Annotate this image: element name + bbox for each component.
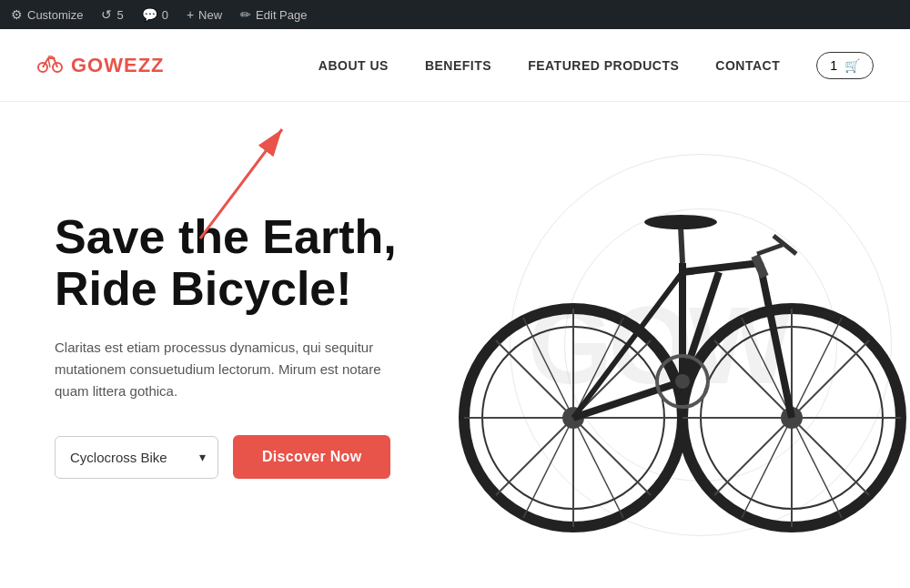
svg-line-28 [681, 227, 682, 263]
nav-item-about[interactable]: ABOUT US [318, 57, 389, 74]
edit-icon: ✏ [240, 7, 251, 22]
revisions-icon: ↺ [101, 7, 112, 22]
discover-now-button[interactable]: Discover Now [233, 435, 390, 479]
comments-icon: 💬 [142, 7, 157, 22]
hero-title: Save the Earth,Ride Bicycle! [55, 211, 419, 315]
svg-line-26 [760, 263, 792, 418]
bike-select-wrapper[interactable]: Cyclocross Bike Mountain Bike Road Bike … [55, 436, 218, 479]
svg-point-29 [644, 215, 717, 229]
nav-item-featured[interactable]: FEATURED PRODUCTS [528, 57, 679, 74]
logo-icon [36, 52, 64, 79]
admin-edit-page[interactable]: ✏ Edit Page [240, 7, 307, 22]
cart-button[interactable]: 1 🛒 [816, 52, 874, 79]
svg-point-33 [675, 374, 690, 389]
admin-customize[interactable]: ⚙ Customize [11, 7, 83, 22]
hero-section: GOW [0, 102, 910, 588]
svg-line-30 [757, 245, 783, 254]
nav-item-contact[interactable]: CONTACT [715, 57, 780, 74]
logo[interactable]: GOWEZZ [36, 52, 165, 79]
navbar: GOWEZZ ABOUT US BENEFITS FEATURED PRODUC… [0, 29, 910, 102]
cart-icon: 🛒 [844, 58, 860, 73]
admin-comments[interactable]: 💬 0 [142, 7, 168, 22]
hero-controls: Cyclocross Bike Mountain Bike Road Bike … [55, 435, 419, 479]
logo-text: GOWEZZ [71, 54, 165, 77]
admin-revisions[interactable]: ↺ 5 [101, 7, 123, 22]
svg-point-2 [53, 56, 56, 59]
bicycle-image [437, 136, 910, 554]
admin-bar: ⚙ Customize ↺ 5 💬 0 + New ✏ Edit Page [0, 0, 910, 29]
bike-select[interactable]: Cyclocross Bike Mountain Bike Road Bike … [55, 436, 218, 479]
new-icon: + [187, 7, 194, 22]
admin-new[interactable]: + New [187, 7, 222, 22]
svg-line-24 [682, 263, 760, 272]
cart-count: 1 [830, 58, 837, 73]
hero-content: Save the Earth,Ride Bicycle! Claritas es… [0, 175, 473, 515]
svg-line-27 [755, 256, 764, 277]
nav-item-benefits[interactable]: BENEFITS [425, 57, 491, 74]
hero-description: Claritas est etiam processus dynamicus, … [55, 337, 419, 402]
nav-links: ABOUT US BENEFITS FEATURED PRODUCTS CONT… [318, 52, 874, 79]
customize-icon: ⚙ [11, 7, 23, 22]
